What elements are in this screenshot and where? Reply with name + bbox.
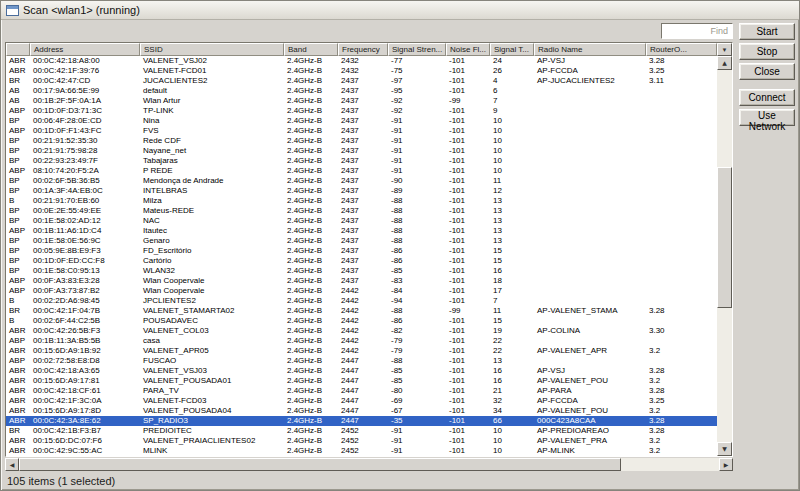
table-row[interactable]: ABR00:15:6D:A9:17:81VALENET_POUSADA012.4… [6,376,717,386]
table-row[interactable]: BP00:1E:58:02:AD:12NAC2.4GHz-B2437-88-10… [6,216,717,226]
table-row[interactable]: BR00:0C:42:1B:F3:B7PREDIOITEC2.4GHz-B245… [6,426,717,436]
table-row[interactable]: ABR00:0C:42:18:A8:00VALENET_VSJ022.4GHz-… [6,56,717,66]
scroll-left-button[interactable]: ◀ [5,458,19,471]
table-row[interactable]: BP00:21:91:52:35:30Rede CDF2.4GHz-B2437-… [6,136,717,146]
table-row[interactable]: ABP00:0F:A3:73:87:B2Wlan Coopervale2.4GH… [6,286,717,296]
table-row[interactable]: ABR00:15:6D:A9:17:8DVALENET_POUSADA042.4… [6,406,717,416]
table-row[interactable]: ABR00:0C:42:18:CF:61PARA_TV2.4GHz-B2447-… [6,386,717,396]
cell-band: 2.4GHz-B [284,256,338,266]
find-input[interactable] [661,23,733,39]
table-row[interactable]: ABP00:1B:11:A6:1D:C4Itautec2.4GHz-B2437-… [6,226,717,236]
table-header: Address SSID Band Frequency Signal Stren… [6,43,732,56]
scroll-up-button[interactable]: ▲ [717,56,732,70]
table-row[interactable]: ABP00:0F:A3:83:E3:28Wlan Coopervale2.4GH… [6,276,717,286]
cell-address: 00:1D:0F:D3:71:3C [30,106,140,116]
cell-signal-to-noise: 10 [490,126,534,136]
cell-frequency: 2437 [338,126,388,136]
horizontal-scroll-track[interactable] [19,458,719,471]
table-row[interactable]: B00:02:6F:44:C2:5BPOUSADAVEC2.4GHz-B2442… [6,316,717,326]
button-panel: Start Stop Close Connect Use Network [733,23,795,490]
cell-ssid: PARA_TV [140,386,284,396]
horizontal-scroll-thumb[interactable] [19,458,621,471]
cell-flags: AB [6,96,30,106]
connect-button[interactable]: Connect [739,89,795,106]
table-row[interactable]: ABR00:0C:42:18:A3:65VALENET_VSJ032.4GHz-… [6,366,717,376]
table-body: ABR00:0C:42:18:A8:00VALENET_VSJ022.4GHz-… [6,56,717,456]
cell-ssid: FVS [140,126,284,136]
table-row[interactable]: BP00:05:9E:8B:E9:F3FD_Escritório2.4GHz-B… [6,246,717,256]
table-row[interactable]: ABR00:0C:42:26:5B:F3VALENET_COL032.4GHz-… [6,326,717,336]
status-bar: 105 items (1 selected) [5,471,733,490]
use-network-button[interactable]: Use Network [739,109,795,126]
cell-signal-strength: -95 [388,86,446,96]
table-row[interactable]: B00:02:2D:A6:98:45JPCLIENTES22.4GHz-B244… [6,296,717,306]
cell-flags: ABR [6,396,30,406]
table-row[interactable]: ABP00:1D:0F:F1:43:FCFVS2.4GHz-B2437-91-1… [6,126,717,136]
table-row[interactable]: BP00:21:91:75:98:28Nayane_net2.4GHz-B243… [6,146,717,156]
scroll-down-button[interactable]: ▼ [717,442,732,456]
table-row[interactable]: ABR00:15:6D:DC:07:F6VALENET_PRAIACLIENTE… [6,436,717,446]
start-button[interactable]: Start [739,23,795,40]
table-row[interactable]: ABR00:0C:42:1F:3C:0AVALENET-FCD032.4GHz-… [6,396,717,406]
cell-flags: ABR [6,386,30,396]
vertical-scrollbar[interactable]: ▲ ▼ [717,56,732,456]
close-button[interactable]: Close [739,63,795,80]
table-row[interactable]: ABR00:0C:42:1F:39:76VALENET-FCD012.4GHz-… [6,66,717,76]
table-row[interactable]: BP00:1E:58:0E:56:9CGenaro2.4GHz-B2437-88… [6,236,717,246]
table-row[interactable]: BP00:06:4F:28:0E:CDNina2.4GHz-B2437-91-1… [6,116,717,126]
scroll-right-button[interactable]: ▶ [719,458,733,471]
column-header-routeros[interactable]: RouterO... [646,43,717,56]
cell-signal-strength: -77 [388,56,446,66]
table-row[interactable]: BP00:22:93:23:49:7FTabajaras2.4GHz-B2437… [6,156,717,166]
table-row[interactable]: BP00:1E:58:C0:95:13WLAN322.4GHz-B2437-85… [6,266,717,276]
vertical-scroll-thumb[interactable] [717,167,732,308]
column-header-radio-name[interactable]: Radio Name [534,43,646,56]
table-row[interactable]: BP00:1D:0F:ED:CC:F8Cartório2.4GHz-B2437-… [6,256,717,266]
cell-routeros [646,336,717,346]
table-row[interactable]: AB00:17:9A:66:5E:99default2.4GHz-B2437-9… [6,86,717,96]
table-row[interactable]: ABP00:02:72:58:E8:D8FUSCAO2.4GHz-B2447-8… [6,356,717,366]
table-row[interactable]: BP00:0E:2E:55:49:EEMateus-REDE2.4GHz-B24… [6,206,717,216]
titlebar[interactable]: Scan <wlan1> (running) [1,1,799,20]
table-row[interactable]: B00:21:91:70:EB:60Milza2.4GHz-B2437-88-1… [6,196,717,206]
cell-band: 2.4GHz-B [284,386,338,396]
column-header-signal-to-noise[interactable]: Signal T... [490,43,534,56]
vertical-scroll-track[interactable] [717,70,732,442]
cell-signal-to-noise: 66 [490,416,534,426]
horizontal-scrollbar[interactable]: ◀ ▶ [5,458,733,471]
table-row[interactable]: BP00:02:6F:5B:36:B5Mendonça de Andrade2.… [6,176,717,186]
cell-flags: BP [6,236,30,246]
cell-frequency: 2437 [338,266,388,276]
column-header-band[interactable]: Band [284,43,338,56]
column-header-frequency[interactable]: Frequency [338,43,388,56]
column-header-noise-floor[interactable]: Noise Fl... [446,43,490,56]
cell-radio-name [534,186,646,196]
table-row[interactable]: BR00:0C:42:1F:04:7BVALENET_STAMARTA022.4… [6,306,717,316]
cell-frequency: 2447 [338,366,388,376]
table-row[interactable]: ABP00:1B:11:3A:B5:5Bcasa2.4GHz-B2442-79-… [6,336,717,346]
table-row[interactable]: ABR00:0C:42:9C:55:ACMLINK2.4GHz-B2452-91… [6,446,717,456]
table-row[interactable]: ABR00:0C:42:3A:8E:62SP_RADIO32.4GHz-B244… [6,416,717,426]
cell-ssid: FD_Escritório [140,246,284,256]
cell-frequency: 2452 [338,446,388,456]
stop-button[interactable]: Stop [739,43,795,60]
column-header-ssid[interactable]: SSID [140,43,284,56]
cell-radio-name: AP-VALENET_POU [534,376,646,386]
cell-flags: ABP [6,226,30,236]
table-row[interactable]: BP00:1A:3F:4A:EB:0CINTELBRAS2.4GHz-B2437… [6,186,717,196]
cell-band: 2.4GHz-B [284,396,338,406]
table-row[interactable]: AB00:1B:2F:5F:0A:1AWlan Artur2.4GHz-B243… [6,96,717,106]
cell-noise-floor: -101 [446,66,490,76]
cell-flags: ABP [6,166,30,176]
cell-radio-name: 000C423A8CAA [534,416,646,426]
table-row[interactable]: BR00:0C:42:47:CDJUCACLIENTES22.4GHz-B243… [6,76,717,86]
column-header-flags[interactable] [6,43,30,56]
cell-address: 00:1D:0F:ED:CC:F8 [30,256,140,266]
column-header-signal-strength[interactable]: Signal Stren... [388,43,446,56]
table-row[interactable]: ABP00:1D:0F:D3:71:3CTP-LINK2.4GHz-B2437-… [6,106,717,116]
column-config-button[interactable]: ▼ [717,43,732,56]
table-row[interactable]: ABP08:10:74:20:F5:2AP REDE2.4GHz-B2437-9… [6,166,717,176]
table-row[interactable]: ABR00:15:6D:A9:1B:92VALENET_APR052.4GHz-… [6,346,717,356]
column-header-address[interactable]: Address [30,43,140,56]
cell-frequency: 2437 [338,166,388,176]
